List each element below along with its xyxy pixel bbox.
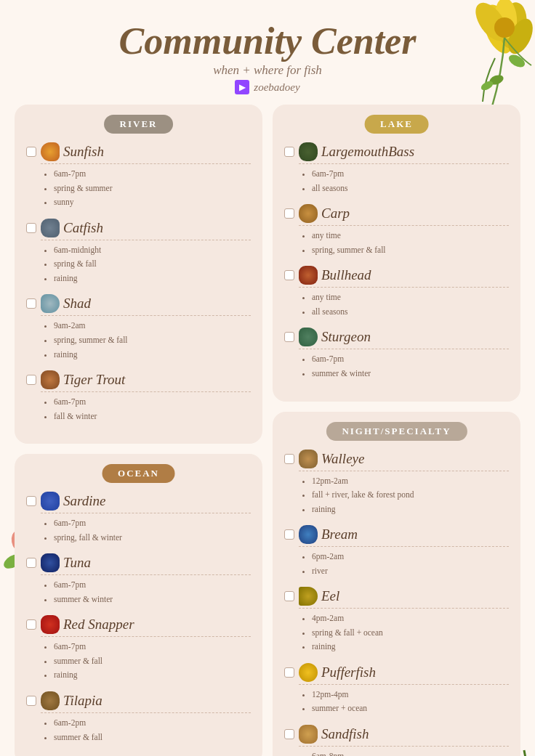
twitch-row: ▶ zoebadoey <box>15 80 520 94</box>
checkbox-bream[interactable] <box>284 529 294 540</box>
fish-item-bream: Bream 6pm-2am river <box>284 525 509 578</box>
walleye-name: Walleye <box>321 451 364 467</box>
checkbox-shad[interactable] <box>26 298 36 309</box>
carp-detail-1: spring, summer & fall <box>312 243 509 258</box>
pufferfish-name: Pufferfish <box>321 664 376 680</box>
tigertrout-detail-0: 6am-7pm <box>54 395 251 410</box>
sardine-detail-0: 6am-7pm <box>54 516 251 531</box>
fish-item-tigertrout: Tiger Trout 6am-7pm fall & winter <box>26 370 251 423</box>
sturgeon-icon <box>299 328 318 346</box>
checkbox-sunfish[interactable] <box>26 147 36 157</box>
fish-item-shad: Shad 9am-2am spring, summer & fall raini… <box>26 294 251 362</box>
tuna-detail-1: summer & winter <box>54 593 251 607</box>
header: Community Center when + where for fish ▶… <box>15 7 520 97</box>
sturgeon-name: Sturgeon <box>321 329 371 345</box>
checkbox-tilapia[interactable] <box>26 696 36 706</box>
checkbox-catfish[interactable] <box>26 223 36 233</box>
ocean-section: OCEAN Sardine 6am-7pm spring, fall & win… <box>15 454 262 756</box>
walleye-detail-1: fall + river, lake & forest pond <box>312 488 509 503</box>
tigertrout-icon <box>41 370 60 389</box>
fish-item-redsnapper: Red Snapper 6am-7pm summer & fall rainin… <box>26 615 251 683</box>
sandfish-detail-0: 6am-8pm <box>312 749 509 756</box>
shad-detail-0: 9am-2am <box>54 319 251 333</box>
ocean-label: OCEAN <box>102 464 175 483</box>
fish-item-largemouth: LargemouthBass 6am-7pm all seasons <box>284 142 509 195</box>
catfish-icon <box>41 219 60 237</box>
pufferfish-detail-1: summer + ocean <box>312 702 509 716</box>
checkbox-pufferfish[interactable] <box>284 667 294 678</box>
shad-detail-1: spring, summer & fall <box>54 333 251 348</box>
fish-item-sturgeon: Sturgeon 6am-7pm summer & winter <box>284 328 509 381</box>
eel-detail-1: spring & fall + ocean <box>312 626 509 641</box>
tuna-detail-0: 6am-7pm <box>54 578 251 593</box>
bream-detail-0: 6pm-2am <box>312 550 509 564</box>
twitch-icon: ▶ <box>235 80 249 94</box>
fish-item-carp: Carp any time spring, summer & fall <box>284 204 509 257</box>
carp-name: Carp <box>321 206 350 221</box>
checkbox-carp[interactable] <box>284 208 294 219</box>
sunfish-detail-2: sunny <box>54 195 251 210</box>
night-label: NIGHT/SPECIALTY <box>326 422 467 441</box>
checkbox-sandfish[interactable] <box>284 729 294 739</box>
shad-detail-2: raining <box>54 348 251 362</box>
largemouth-name: LargemouthBass <box>321 144 414 160</box>
right-column: LAKE LargemouthBass 6am-7pm all seasons <box>273 105 520 756</box>
sunfish-detail-1: spring & summer <box>54 182 251 196</box>
lake-section: LAKE LargemouthBass 6am-7pm all seasons <box>273 105 520 401</box>
fish-item-bullhead: Bullhead any time all seasons <box>284 266 509 319</box>
tigertrout-detail-1: fall & winter <box>54 410 251 424</box>
page-title: Community Center <box>15 20 520 62</box>
catfish-name: Catfish <box>63 220 103 236</box>
pufferfish-detail-0: 12pm-4pm <box>312 688 509 702</box>
sunfish-name: Sunfish <box>63 144 104 160</box>
tilapia-detail-1: summer & fall <box>54 731 251 745</box>
night-section: NIGHT/SPECIALTY Walleye 12pm-2am fall + … <box>273 412 520 756</box>
tilapia-detail-0: 6am-2pm <box>54 716 251 731</box>
fish-item-walleye: Walleye 12pm-2am fall + river, lake & fo… <box>284 450 509 517</box>
walleye-detail-2: raining <box>312 503 509 517</box>
checkbox-tigertrout[interactable] <box>26 375 36 385</box>
fish-item-tilapia: Tilapia 6am-2pm summer & fall <box>26 691 251 744</box>
page-wrapper: Community Center when + where for fish ▶… <box>0 0 535 756</box>
carp-detail-0: any time <box>312 229 509 243</box>
bream-detail-1: river <box>312 564 509 579</box>
river-label: RIVER <box>104 115 174 134</box>
eel-detail-2: raining <box>312 640 509 654</box>
largemouth-detail-0: 6am-7pm <box>312 167 509 182</box>
main-columns: RIVER Sunfish 6am-7pm spring & summer su… <box>15 105 520 756</box>
fish-item-eel: Eel 4pm-2am spring & fall + ocean rainin… <box>284 587 509 654</box>
bullhead-icon <box>299 266 318 285</box>
fish-item-pufferfish: Pufferfish 12pm-4pm summer + ocean <box>284 663 509 716</box>
tuna-name: Tuna <box>63 555 91 571</box>
tilapia-name: Tilapia <box>63 693 102 709</box>
bullhead-name: Bullhead <box>321 267 371 283</box>
redsnapper-detail-1: summer & fall <box>54 654 251 669</box>
sunfish-icon <box>41 142 60 161</box>
sardine-name: Sardine <box>63 493 105 509</box>
fish-item-tuna: Tuna 6am-7pm summer & winter <box>26 553 251 606</box>
checkbox-sardine[interactable] <box>26 496 36 506</box>
largemouth-icon <box>299 142 318 161</box>
lake-label: LAKE <box>364 115 429 134</box>
fish-item-catfish: Catfish 6am-midnight spring & fall raini… <box>26 219 251 286</box>
fish-item-sardine: Sardine 6am-7pm spring, fall & winter <box>26 492 251 545</box>
shad-icon <box>41 294 60 313</box>
bullhead-detail-1: all seasons <box>312 305 509 320</box>
checkbox-eel[interactable] <box>284 591 294 601</box>
redsnapper-detail-0: 6am-7pm <box>54 640 251 654</box>
sandfish-name: Sandfish <box>321 726 369 742</box>
bream-name: Bream <box>321 527 358 542</box>
checkbox-largemouth[interactable] <box>284 147 294 157</box>
sardine-icon <box>41 492 60 511</box>
checkbox-sturgeon[interactable] <box>284 332 294 342</box>
checkbox-bullhead[interactable] <box>284 270 294 280</box>
checkbox-walleye[interactable] <box>284 454 294 464</box>
bullhead-detail-0: any time <box>312 290 509 305</box>
checkbox-redsnapper[interactable] <box>26 619 36 630</box>
checkbox-tuna[interactable] <box>26 558 36 568</box>
fish-item-sunfish: Sunfish 6am-7pm spring & summer sunny <box>26 142 251 210</box>
tigertrout-name: Tiger Trout <box>63 372 125 388</box>
left-column: RIVER Sunfish 6am-7pm spring & summer su… <box>15 105 262 756</box>
eel-icon <box>299 587 318 606</box>
catfish-detail-2: raining <box>54 272 251 286</box>
